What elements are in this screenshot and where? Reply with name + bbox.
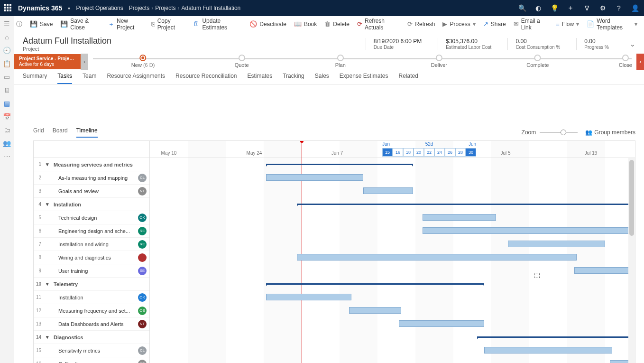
rail-recent-icon[interactable]: 🕘 [3, 47, 11, 54]
breadcrumb-item[interactable]: Projects [155, 5, 175, 11]
brand[interactable]: Dynamics 365 [18, 4, 62, 12]
tab-summary[interactable]: Summary [23, 73, 47, 84]
tab-resource-assignments[interactable]: Resource Assignments [107, 73, 165, 84]
user-icon[interactable]: 👤 [630, 4, 640, 12]
share-button[interactable]: ↗Share [483, 20, 506, 28]
task-bar[interactable] [423, 214, 496, 221]
rail-item-icon[interactable]: 🗂 [4, 126, 10, 134]
add-icon[interactable]: ＋ [565, 4, 576, 12]
tab-estimates[interactable]: Estimates [248, 73, 273, 84]
task-bar[interactable] [266, 174, 363, 181]
new-project-button[interactable]: ＋New Project [108, 18, 144, 31]
breadcrumb-item[interactable]: Projects [129, 5, 149, 11]
tab-related[interactable]: Related [399, 73, 418, 84]
brand-caret-icon[interactable]: ▾ [68, 6, 70, 11]
task-bar[interactable] [399, 320, 484, 327]
rail-menu-icon[interactable]: ☰ [4, 20, 10, 28]
zoom-control[interactable]: Zoom [522, 129, 578, 136]
tab-team[interactable]: Team [83, 73, 96, 84]
tab-resource-reconciliation[interactable]: Resource Reconciliation [175, 73, 237, 84]
bpf-stage[interactable]: Complete [526, 55, 549, 68]
refresh-button[interactable]: ⟳Refresh [407, 20, 435, 28]
tab-sales[interactable]: Sales [315, 73, 329, 84]
summary-bar[interactable] [477, 336, 635, 338]
task-row[interactable]: 10▾Telemetry [34, 278, 149, 291]
tab-tracking[interactable]: Tracking [283, 73, 304, 84]
gear-icon[interactable]: ⚙ [598, 4, 608, 12]
bpf-stage[interactable]: Quote [235, 55, 249, 68]
bpf-stage[interactable]: New (6 D) [131, 55, 155, 68]
task-row[interactable]: 5Technical designOK [34, 211, 149, 224]
rail-item-icon[interactable]: 📅 [3, 113, 11, 121]
area-name[interactable]: Project Operations [76, 5, 123, 11]
task-bar[interactable] [363, 187, 413, 194]
save-close-button[interactable]: 💾Save & Close [60, 18, 101, 31]
task-bar[interactable] [297, 254, 577, 261]
task-row[interactable]: 8Wiring and diagnostics [34, 251, 149, 264]
copy-project-button[interactable]: ⎘Copy Project [151, 18, 186, 31]
task-bar[interactable] [508, 241, 605, 247]
vertical-scrollbar[interactable] [628, 158, 635, 363]
filter-icon[interactable]: ∇ [581, 4, 592, 12]
rail-item-icon[interactable]: ⋯ [4, 153, 10, 160]
task-row[interactable]: 1▾Measuring services and metrics [34, 158, 149, 171]
email-link-button[interactable]: ✉Email a Link [514, 18, 548, 31]
task-row[interactable]: 15Sensitivity metricsCL [34, 344, 149, 357]
save-button[interactable]: 💾Save [30, 20, 53, 28]
task-row[interactable]: 16CalibrationsRT [34, 357, 149, 363]
task-bar[interactable] [423, 227, 635, 234]
refresh-actuals-button[interactable]: ⟳Refresh Actuals [357, 18, 400, 31]
task-icon[interactable]: ◐ [533, 4, 543, 12]
bpf-pill[interactable]: Project Service - Project ... Active for… [14, 54, 81, 69]
tab-expense-estimates[interactable]: Expense Estimates [340, 73, 388, 84]
task-bar[interactable] [349, 307, 401, 314]
rail-home-icon[interactable]: ⌂ [5, 33, 9, 41]
task-row[interactable]: 4▾Installation [34, 198, 149, 211]
book-button[interactable]: 📖Book [294, 20, 317, 28]
task-bar[interactable] [266, 294, 351, 300]
task-row[interactable]: 14▾Diagnostics [34, 331, 149, 344]
rail-projects-icon[interactable]: ▤ [4, 100, 10, 107]
help-icon[interactable]: ? [614, 4, 624, 12]
flow-button[interactable]: ≡Flow▾ [556, 20, 579, 28]
app-launcher-icon[interactable] [4, 4, 12, 12]
info-button[interactable]: ⓘ [16, 20, 22, 28]
bpf-stage[interactable]: Plan [335, 55, 346, 68]
rail-item-icon[interactable]: 🗎 [4, 86, 10, 94]
delete-button[interactable]: 🗑Delete [324, 20, 350, 28]
viewtab-timeline[interactable]: Timeline [76, 127, 98, 138]
task-row[interactable]: 13Data Dashboards and AlertsNT [34, 317, 149, 331]
task-row[interactable]: 3Goals and reviewNT [34, 185, 149, 198]
rail-item-icon[interactable]: 👥 [3, 140, 11, 147]
rail-pinned-icon[interactable]: 📋 [3, 60, 11, 67]
tab-tasks[interactable]: Tasks [57, 73, 72, 84]
group-members-button[interactable]: 👥Group members [585, 129, 635, 136]
breadcrumb-item[interactable]: Adatum Full Installation [182, 5, 241, 11]
search-icon[interactable]: 🔍 [517, 4, 527, 12]
zoom-slider[interactable] [540, 132, 578, 133]
task-row[interactable]: 7Installation and wiringRE [34, 238, 149, 251]
viewtab-grid[interactable]: Grid [33, 127, 44, 138]
date-selection[interactable]: Jun52dJun151618202224262830 [382, 142, 476, 156]
timeline-pane[interactable]: May 10May 24Jun 7Jul 5Jul 19Aug 2Jun52dJ… [150, 141, 635, 363]
deactivate-button[interactable]: 🚫Deactivate [249, 20, 286, 28]
update-estimates-button[interactable]: 🗓Update Estimates [193, 18, 242, 31]
task-bar[interactable] [484, 347, 612, 354]
expand-header-icon[interactable]: ⌄ [625, 40, 635, 48]
rail-item-icon[interactable]: ▭ [4, 73, 10, 81]
bpf-stage[interactable]: Deliver [431, 55, 447, 68]
bpf-next-icon[interactable]: › [636, 54, 644, 70]
viewtab-board[interactable]: Board [53, 127, 68, 138]
task-row[interactable]: 11InstallationOK [34, 291, 149, 304]
process-button[interactable]: ▶Process▾ [442, 20, 475, 28]
task-row[interactable]: 6Engineering design and sche...RE [34, 224, 149, 238]
task-bar[interactable] [574, 267, 635, 274]
task-row[interactable]: 12Measuring frequency and set...OS [34, 304, 149, 317]
summary-bar[interactable] [266, 283, 484, 285]
task-row[interactable]: 9User trainingSE [34, 264, 149, 278]
bpf-stage[interactable]: Close [619, 55, 632, 68]
word-templates-button[interactable]: 📄Word Templates▾ [587, 18, 637, 31]
task-row[interactable]: 2As-Is measuring and mappingCL [34, 171, 149, 185]
summary-bar[interactable] [266, 164, 413, 165]
lightbulb-icon[interactable]: 💡 [549, 4, 560, 12]
